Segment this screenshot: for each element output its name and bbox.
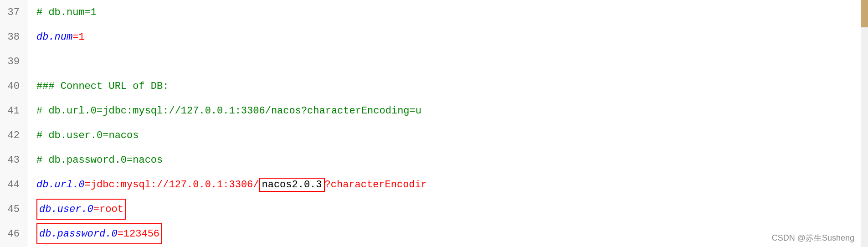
line-numbers: 37 38 39 40 41 42 43 44 45 46 47: [0, 0, 27, 247]
line-number-45: 45: [5, 197, 20, 221]
code-line-40: ### Connect URL of DB:: [36, 74, 868, 98]
line-number-43: 43: [5, 148, 20, 172]
scrollbar[interactable]: [861, 0, 868, 247]
line-number-37: 37: [5, 0, 20, 25]
line-number-40: 40: [5, 74, 20, 98]
scrollbar-thumb[interactable]: [861, 0, 868, 27]
code-line-42: # db.user.0=nacos: [36, 123, 868, 148]
code-line-41: # db.url.0=jdbc:mysql://127.0.0.1:3306/n…: [36, 98, 868, 123]
line-number-44: 44: [5, 172, 20, 197]
code-key-38: db.num: [36, 31, 72, 43]
editor-container: 37 38 39 40 41 42 43 44 45 46 47 # db.nu…: [0, 0, 868, 247]
code-comment-41: # db.url.0=jdbc:mysql://127.0.0.1:3306/n…: [36, 105, 421, 117]
code-key-44: db.url.0: [36, 179, 85, 190]
code-val-44a: =jdbc:mysql://127.0.0.1:3306/: [85, 179, 259, 190]
line-number-38: 38: [5, 25, 20, 49]
code-line-45: db.user.0=root: [36, 197, 868, 221]
code-line-38: db.num=1: [36, 25, 868, 49]
code-db-40: DB:: [145, 81, 169, 92]
code-comment-42: # db.user.0=nacos: [36, 130, 139, 141]
code-line-39: [36, 49, 868, 74]
code-val-44b: ?characterEncodir: [325, 179, 427, 190]
code-key-45: db.user.0: [39, 204, 93, 215]
line-number-39: 39: [5, 49, 20, 74]
line-number-41: 41: [5, 98, 20, 123]
code-comment-37: # db.num=1: [36, 7, 97, 18]
code-val-38: =1: [72, 31, 84, 43]
code-comment-40: ### Connect URL: [36, 81, 133, 92]
code-line-46: db.password.0=123456: [36, 221, 868, 246]
code-highlight-44: nacos2.0.3: [259, 178, 325, 192]
code-line-37: # db.num=1: [36, 0, 868, 25]
code-of-40: of: [133, 81, 144, 92]
code-line-44: db.url.0=jdbc:mysql://127.0.0.1:3306/nac…: [36, 172, 868, 197]
code-key-46: db.password.0: [39, 228, 118, 240]
code-line-43: # db.password.0=nacos: [36, 148, 868, 172]
code-val-46: =123456: [118, 228, 159, 240]
watermark: CSDN @苏生Susheng: [772, 232, 854, 243]
line-number-42: 42: [5, 123, 20, 148]
code-area: # db.num=1 db.num=1 ### Connect URL of D…: [27, 0, 868, 247]
line-number-46: 46: [5, 221, 20, 246]
code-val-45: =root: [93, 204, 123, 215]
code-comment-43: # db.password.0=nacos: [36, 154, 163, 166]
